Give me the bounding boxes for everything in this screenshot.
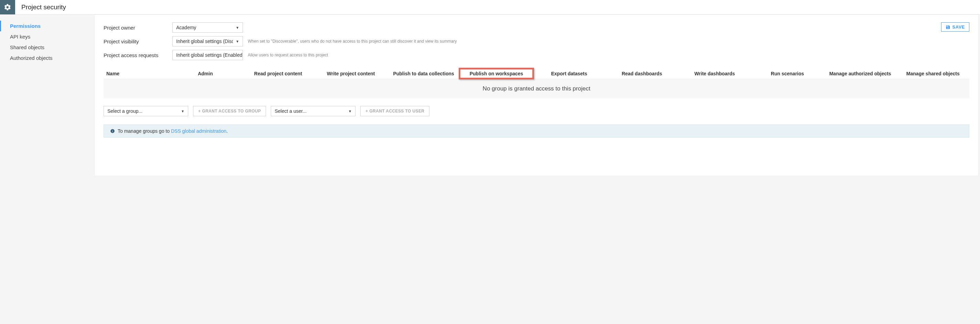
sidebar-item-label: Shared objects [10,44,45,50]
setting-label: Project owner [103,25,172,30]
banner-suffix: . [226,128,228,134]
page-title: Project security [21,3,66,11]
grant-user-button[interactable]: + GRANT ACCESS TO USER [360,106,430,116]
th-write-project: Write project content [315,70,387,77]
save-button[interactable]: SAVE [941,22,969,32]
info-icon [110,129,115,133]
chevron-down-icon: ▼ [236,40,239,43]
th-admin: Admin [169,70,242,77]
setting-hint: When set to "Discoverable", users who do… [248,39,457,44]
gear-icon[interactable] [0,0,15,14]
setting-label: Project visibility [103,38,172,44]
select-value: Academy [176,25,196,30]
select-placeholder: Select a user... [275,108,307,114]
chevron-down-icon: ▼ [236,26,239,30]
permissions-table-header: Name Admin Read project content Write pr… [103,70,969,79]
select-value: Inherit global settings (Discoverat [176,38,233,44]
sidebar-item-label: Authorized objects [10,55,52,61]
chevron-down-icon: ▼ [348,110,352,113]
th-export-datasets: Export datasets [533,70,605,77]
info-banner: To manage groups go to DSS global admini… [103,124,969,138]
setting-hint: Allow users to request access to this pr… [248,52,328,57]
save-icon [946,25,950,30]
th-run-scenarios: Run scenarios [751,70,824,77]
banner-text: To manage groups go to DSS global admini… [118,128,228,134]
setting-owner-row: Project owner Academy ▼ [103,22,457,33]
table-empty-message: No group is granted access to this proje… [103,79,969,98]
user-select[interactable]: Select a user... ▼ [271,106,355,116]
setting-visibility-row: Project visibility Inherit global settin… [103,36,457,46]
group-select[interactable]: Select a group... ▼ [103,106,188,116]
sidebar-item-permissions[interactable]: Permissions [0,21,93,31]
th-read-project: Read project content [242,70,314,77]
th-read-dashboards: Read dashboards [606,70,678,77]
th-name: Name [103,70,169,77]
topbar: Project security [0,0,980,14]
requests-select[interactable]: Inherit global settings (Enabled) ▼ [172,50,243,60]
th-manage-authorized: Manage authorized objects [824,70,896,77]
visibility-select[interactable]: Inherit global settings (Discoverat ▼ [172,36,243,46]
th-write-dashboards: Write dashboards [678,70,751,77]
owner-select[interactable]: Academy ▼ [172,22,243,33]
banner-prefix: To manage groups go to [118,128,171,134]
sidebar-item-api-keys[interactable]: API keys [0,31,93,42]
grant-group-button[interactable]: + GRANT ACCESS TO GROUP [193,106,266,116]
chevron-down-icon: ▼ [181,110,185,113]
sidebar-item-authorized-objects[interactable]: Authorized objects [0,52,93,63]
th-publish-workspaces: Publish on workspaces [460,70,533,77]
th-manage-shared: Manage shared objects [897,70,969,77]
sidebar-item-label: Permissions [10,23,41,29]
th-publish-data-collections: Publish to data collections [387,70,460,77]
select-placeholder: Select a group... [107,108,142,114]
content-panel: Project owner Academy ▼ Project visibili… [94,14,978,176]
setting-requests-row: Project access requests Inherit global s… [103,50,457,60]
setting-label: Project access requests [103,52,172,58]
banner-link[interactable]: DSS global administration [171,128,226,134]
sidebar-item-shared-objects[interactable]: Shared objects [0,42,93,52]
sidebar: Permissions API keys Shared objects Auth… [0,14,93,176]
save-button-label: SAVE [953,24,965,30]
sidebar-item-label: API keys [10,34,30,40]
select-value: Inherit global settings (Enabled) [176,52,243,58]
